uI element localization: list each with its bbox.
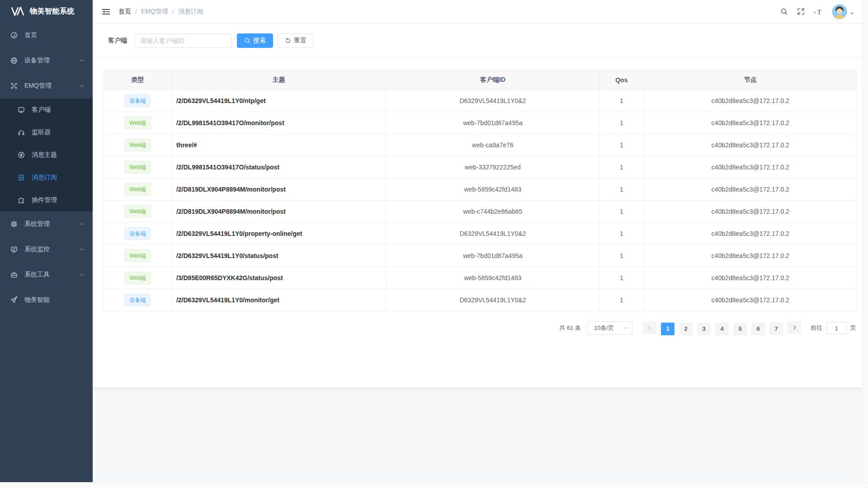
- sidebar: 物美智能系统 首页 设备管理 EMQ管理 客户端 监听器: [0, 0, 93, 488]
- sidebar-item-listeners[interactable]: 监听器: [0, 121, 93, 144]
- client-filter-label: 客户端: [108, 37, 127, 45]
- sidebar-item-device-management[interactable]: 设备管理: [0, 48, 93, 73]
- hash-circle-icon: [17, 151, 25, 159]
- goto-unit: 页: [850, 324, 856, 332]
- sidebar-item-clients[interactable]: 客户端: [0, 99, 93, 121]
- chevron-down-icon: [79, 221, 85, 227]
- page-button-6[interactable]: 6: [751, 323, 765, 335]
- sidebar-item-label: 物美智能: [24, 296, 50, 304]
- table-row: Web端 /3/D85E00R65DYXK42G/status/post web…: [104, 267, 857, 289]
- page-button-7[interactable]: 7: [769, 323, 783, 335]
- pagination-total: 共 61 条: [559, 324, 581, 332]
- sidebar-item-home[interactable]: 首页: [0, 23, 93, 48]
- type-badge: Web端: [124, 183, 151, 196]
- pager: 1234567: [641, 321, 803, 335]
- qos-cell: 1: [599, 223, 644, 245]
- column-header-1: 主题: [171, 70, 386, 90]
- breadcrumb-separator: /: [135, 8, 137, 15]
- page-size-value: 10条/页: [594, 324, 614, 332]
- sidebar-item-label: 消息主题: [32, 151, 57, 159]
- sidebar-item-label: 首页: [24, 31, 37, 39]
- app-title: 物美智能系统: [30, 7, 75, 16]
- goto-page-input[interactable]: [826, 322, 847, 334]
- monitor-chart-icon: [10, 246, 18, 253]
- topic-cell: /2/D6329VL54419L1Y0/monitor/get: [171, 289, 386, 311]
- client-id-input[interactable]: [134, 33, 231, 48]
- topic-cell: /2/D819DLX904P8894M/monitor/post: [171, 178, 386, 201]
- search-icon[interactable]: [780, 8, 788, 15]
- type-cell: Web端: [104, 112, 172, 134]
- node-cell: c40b2d8ea5c3@172.17.0.2: [644, 90, 857, 112]
- sidebar-item-plugin-management[interactable]: 插件管理: [0, 189, 93, 211]
- type-badge: 设备端: [124, 294, 151, 306]
- sidebar-item-system-monitoring[interactable]: 系统监控: [0, 237, 93, 262]
- client-id-cell: web-7bd01d87a495a: [386, 112, 599, 134]
- avatar[interactable]: [832, 4, 847, 19]
- sidebar-item-label: 系统监控: [24, 245, 50, 253]
- client-id-cell: web-7bd01d87a495a: [386, 245, 599, 267]
- page-size-select[interactable]: 10条/页: [587, 321, 632, 335]
- sidebar-item-emq-management[interactable]: EMQ管理: [0, 73, 93, 99]
- qos-cell: 1: [599, 90, 644, 112]
- topic-cell: /3/D85E00R65DYXK42G/status/post: [171, 267, 386, 289]
- page-button-3[interactable]: 3: [697, 323, 711, 335]
- topic-cell: /2/D6329VL54419L1Y0/ntp/get: [171, 90, 386, 112]
- table-row: Web端 /2/D819DLX904P8894M/monitor/post we…: [104, 178, 857, 201]
- node-cell: c40b2d8ea5c3@172.17.0.2: [644, 267, 857, 289]
- node-cell: c40b2d8ea5c3@172.17.0.2: [644, 112, 857, 134]
- sidebar-item-label: 监听器: [32, 128, 51, 136]
- node-cell: c40b2d8ea5c3@172.17.0.2: [644, 134, 857, 156]
- sidebar-toggle-button[interactable]: [100, 6, 112, 17]
- breadcrumb-separator: /: [172, 8, 174, 15]
- svg-text:т: т: [814, 10, 816, 15]
- dashboard-icon: [10, 32, 18, 39]
- page-button-5[interactable]: 5: [733, 323, 747, 335]
- node-cell: c40b2d8ea5c3@172.17.0.2: [644, 289, 857, 311]
- sidebar-item-label: 客户端: [32, 106, 51, 114]
- client-id-cell: D6329VL54419L1Y0&2: [386, 289, 599, 311]
- table-row: 设备端 /2/D6329VL54419L1Y0/property-online/…: [104, 223, 857, 245]
- search-button[interactable]: 搜索: [237, 33, 273, 48]
- page-background: [93, 387, 868, 488]
- next-page-button[interactable]: [788, 321, 801, 334]
- chevron-down-icon: [79, 272, 85, 277]
- vertical-scrollbar[interactable]: [862, 0, 868, 482]
- client-id-cell: web-c744b2e86ab65: [386, 201, 599, 223]
- fullscreen-icon[interactable]: [797, 8, 805, 15]
- type-badge: 设备端: [124, 227, 151, 240]
- page-button-4[interactable]: 4: [715, 323, 729, 335]
- sidebar-item-message-subscriptions[interactable]: 消息订阅: [0, 166, 93, 189]
- prev-page-button[interactable]: [643, 321, 656, 334]
- caret-down-icon[interactable]: [850, 11, 854, 16]
- type-cell: 设备端: [104, 289, 172, 311]
- sidebar-item-label: 系统工具: [24, 271, 50, 279]
- client-id-cell: D6329VL54419L1Y0&2: [386, 223, 599, 245]
- globe-icon: [10, 57, 18, 64]
- type-badge: Web端: [124, 272, 151, 284]
- client-id-cell: web-5859c42fd1483: [386, 178, 599, 201]
- sidebar-item-system-tools[interactable]: 系统工具: [0, 262, 93, 287]
- horizontal-scrollbar[interactable]: [0, 482, 868, 488]
- pagination: 共 61 条 10条/页 1234567 前往 页: [93, 311, 868, 335]
- type-badge: Web端: [124, 205, 151, 218]
- reset-button[interactable]: 重置: [278, 33, 314, 48]
- sidebar-item-system-management[interactable]: 系统管理: [0, 211, 93, 237]
- type-cell: 设备端: [104, 90, 172, 112]
- table-row: Web端 /2/D6329VL54419L1Y0/status/post web…: [104, 245, 857, 267]
- bookmark-plus-icon: [17, 174, 25, 181]
- page-button-2[interactable]: 2: [679, 323, 693, 335]
- node-cell: c40b2d8ea5c3@172.17.0.2: [644, 156, 857, 178]
- type-cell: Web端: [104, 156, 172, 178]
- briefcase-icon: [10, 271, 18, 278]
- type-badge: 设备端: [124, 94, 151, 107]
- breadcrumb-item-home[interactable]: 首页: [118, 8, 131, 16]
- sidebar-item-message-topics[interactable]: 消息主题: [0, 144, 93, 166]
- app-logo: 物美智能系统: [0, 0, 93, 23]
- page-button-1[interactable]: 1: [661, 323, 675, 335]
- font-size-icon[interactable]: тT: [814, 8, 823, 15]
- node-cell: c40b2d8ea5c3@172.17.0.2: [644, 201, 857, 223]
- breadcrumb-item-emq: EMQ管理: [141, 8, 168, 16]
- sidebar-item-wumei-smart[interactable]: 物美智能: [0, 287, 93, 313]
- user-menu[interactable]: [832, 4, 854, 19]
- node-cell: c40b2d8ea5c3@172.17.0.2: [644, 178, 857, 201]
